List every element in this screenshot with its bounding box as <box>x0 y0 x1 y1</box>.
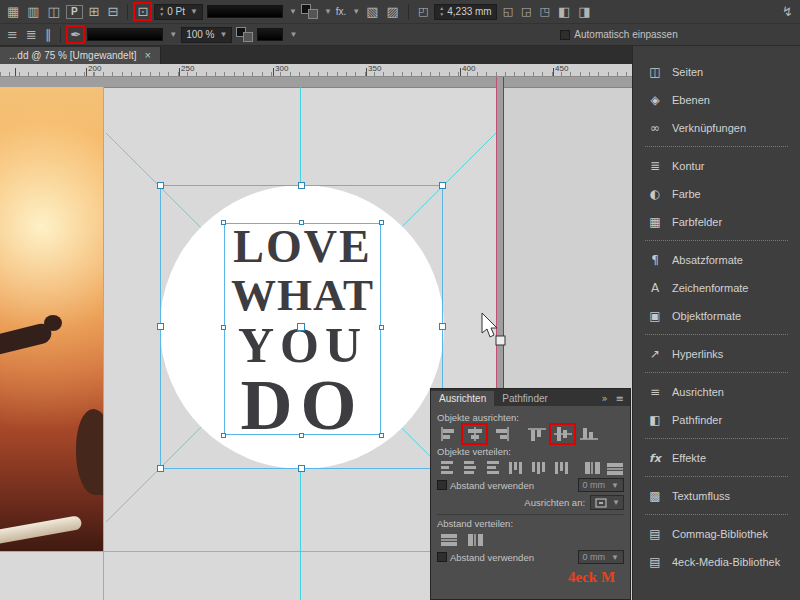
vertical-spacing-button[interactable] <box>437 531 460 549</box>
frame-fit-icon[interactable]: ◧ <box>556 4 572 19</box>
tab-pathfinder[interactable]: Pathfinder <box>494 391 556 406</box>
distribute-vertical-centers-button[interactable] <box>460 459 480 477</box>
stroke-type-dropdown[interactable] <box>87 28 163 41</box>
shadow-icon[interactable]: ▨ <box>385 4 401 19</box>
align-right-edges-button[interactable] <box>489 425 512 443</box>
chevron-down-icon[interactable]: ▼ <box>190 7 198 16</box>
pages-tool-icon[interactable]: ◫ <box>46 4 62 19</box>
sidebar-item-objektformate[interactable]: ▣ Objektformate <box>633 302 800 330</box>
align-to-dropdown[interactable]: ▼ <box>590 495 624 510</box>
sidebar-item-seiten[interactable]: ◫ Seiten <box>633 58 800 86</box>
sidebar-item-ausrichten[interactable]: ≡ Ausrichten <box>633 378 800 406</box>
frame-fill-icon[interactable]: ◨ <box>576 4 592 19</box>
align-left-icon[interactable]: ≡ <box>5 27 20 42</box>
selection-handle[interactable] <box>157 323 164 330</box>
align-justify-icon[interactable]: ≣ <box>24 27 39 42</box>
paragraph-composer-icon[interactable]: P <box>66 5 83 19</box>
flip-h-icon[interactable]: ◲ <box>519 5 533 18</box>
chevron-down-icon[interactable]: ▼ <box>352 7 360 16</box>
stepper-icon[interactable]: ▲▼ <box>439 6 444 17</box>
chevron-down-icon[interactable]: ▼ <box>611 553 619 562</box>
stroke-swatch[interactable] <box>243 32 253 42</box>
sidebar-item-kontur[interactable]: ≣ Kontur <box>633 152 800 180</box>
color-swatch-pair[interactable] <box>236 27 253 42</box>
align-horizontal-centers-button[interactable] <box>463 425 486 443</box>
close-icon[interactable]: × <box>144 50 150 61</box>
stroke-weight-field[interactable]: ▲▼ 0 Pt ▼ <box>154 4 203 20</box>
flip-v-icon[interactable]: ◳ <box>538 5 552 18</box>
fill-stroke-swatches[interactable] <box>301 4 318 19</box>
auto-fit-checkbox[interactable] <box>560 30 570 40</box>
distribute-right-edges-button[interactable] <box>552 459 572 477</box>
sidebar-item-textumfluss[interactable]: ▩ Textumfluss <box>633 482 800 510</box>
chevron-down-icon[interactable]: ▼ <box>324 7 332 16</box>
stepper-icon[interactable]: ▲▼ <box>159 6 164 17</box>
rotate-icon[interactable]: ◱ <box>501 5 515 18</box>
columns-icon[interactable]: ▥ <box>25 4 41 19</box>
stroke-style-dropdown[interactable] <box>207 5 283 18</box>
highlighted-align-icon[interactable]: ⊡ <box>135 4 150 19</box>
chevron-down-icon[interactable]: ▼ <box>289 7 297 16</box>
horizontal-spacing-button[interactable] <box>463 531 486 549</box>
align-vertical-centers-button[interactable] <box>551 425 574 443</box>
chevron-down-icon[interactable]: ▼ <box>169 30 177 39</box>
distribute-top-edges-button[interactable] <box>437 459 457 477</box>
horizontal-ruler[interactable]: 200 250 300 350 400 450 <box>0 64 632 77</box>
quick-apply-icon[interactable]: ↯ <box>780 4 795 19</box>
sidebar-item-4eck-media-bibliothek[interactable]: ▤ 4eck-Media-Bibliothek <box>633 548 800 576</box>
align-top-edges-button[interactable] <box>525 425 548 443</box>
distribute-bottom-edges-button[interactable] <box>483 459 503 477</box>
reference-point-icon[interactable]: ◰ <box>416 5 430 18</box>
sidebar-divider <box>645 514 788 515</box>
tab-ausrichten[interactable]: Ausrichten <box>431 391 494 406</box>
chevron-down-icon[interactable]: ▼ <box>611 481 619 490</box>
distribute-vertical-space-button[interactable] <box>582 459 602 477</box>
use-spacing-checkbox-1[interactable] <box>437 480 447 490</box>
vertical-guide[interactable] <box>103 87 104 600</box>
sidebar-item-verknuepfungen[interactable]: ∞ Verknüpfungen <box>633 114 800 142</box>
chevron-down-icon[interactable]: ▼ <box>289 30 297 39</box>
document-tab[interactable]: ...dd @ 75 % [Umgewandelt] × <box>0 47 161 64</box>
gap-icon[interactable]: ⊟ <box>105 4 120 19</box>
use-spacing-checkbox-2[interactable] <box>437 552 447 562</box>
indent-icon[interactable]: ∥ <box>43 27 54 42</box>
control-bar-row2: ≡ ≣ ∥ ✒ ▼ 100 % ▼ ▼ Automatisch einpasse… <box>0 24 800 46</box>
distribute-horizontal-space-button[interactable] <box>605 459 625 477</box>
collapse-panel-icon[interactable]: » <box>601 393 607 404</box>
spacing-field-2[interactable]: 0 mm ▼ <box>578 550 624 564</box>
selection-handle[interactable] <box>439 182 446 189</box>
sidebar-item-pathfinder[interactable]: ◧ Pathfinder <box>633 406 800 434</box>
sidebar-item-effekte[interactable]: fx Effekte <box>633 444 800 472</box>
sidebar-item-ebenen[interactable]: ◈ Ebenen <box>633 86 800 114</box>
align-bottom-edges-button[interactable] <box>577 425 600 443</box>
selection-handle[interactable] <box>298 182 305 189</box>
selection-handle[interactable] <box>157 465 164 472</box>
distribute-horizontal-centers-button[interactable] <box>529 459 549 477</box>
sidebar-item-zeichenformate[interactable]: A Zeichenformate <box>633 274 800 302</box>
selection-handle[interactable] <box>298 465 305 472</box>
panel-sidebar: ◫ Seiten ◈ Ebenen ∞ Verknüpfungen ≣ Kont… <box>632 46 800 600</box>
transform-field[interactable]: ▲▼ 4,233 mm <box>434 4 496 20</box>
center-reference-point[interactable] <box>297 323 305 331</box>
sidebar-item-hyperlinks[interactable]: ↗ Hyperlinks <box>633 340 800 368</box>
stroke-swatch[interactable] <box>308 9 318 19</box>
selection-handle[interactable] <box>157 182 164 189</box>
opacity-icon[interactable]: ▧ <box>364 4 380 19</box>
sidebar-item-absatzformate[interactable]: ¶ Absatzformate <box>633 246 800 274</box>
spacing-icon[interactable]: ⊞ <box>87 4 102 19</box>
fx-dropdown[interactable]: fx. <box>336 6 347 17</box>
grid-icon[interactable]: ▦ <box>5 4 21 19</box>
panel-menu-icon[interactable]: ≡ <box>616 393 624 404</box>
sidebar-item-farbe[interactable]: ◐ Farbe <box>633 180 800 208</box>
highlighted-pen-icon[interactable]: ✒ <box>68 27 83 42</box>
spacing-field-1[interactable]: 0 mm ▼ <box>578 478 624 492</box>
zoom-field[interactable]: 100 % ▼ <box>181 27 232 43</box>
align-left-edges-button[interactable] <box>437 425 460 443</box>
horizontal-guide[interactable] <box>0 551 497 552</box>
chevron-down-icon[interactable]: ▼ <box>220 30 228 39</box>
distribute-left-edges-button[interactable] <box>506 459 526 477</box>
sidebar-item-commag-bibliothek[interactable]: ▤ Commag-Bibliothek <box>633 520 800 548</box>
preset-dropdown[interactable] <box>257 28 283 41</box>
sidebar-item-farbfelder[interactable]: ▦ Farbfelder <box>633 208 800 236</box>
selection-handle[interactable] <box>439 323 446 330</box>
